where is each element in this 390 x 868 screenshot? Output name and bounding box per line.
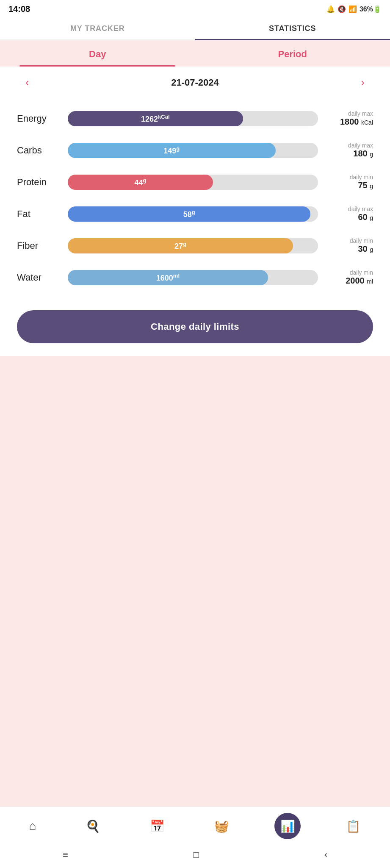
bar-fill-protein: 44g xyxy=(68,175,213,190)
bar-container-fat: 58g xyxy=(68,206,318,222)
limit-value-protein: 75 g xyxy=(358,181,373,190)
cta-section: Change daily limits xyxy=(0,302,390,356)
nutrition-row-energy: Energy 1262kCal daily max 1800 kCal xyxy=(17,103,373,134)
status-time: 14:08 xyxy=(8,4,30,14)
bar-container-water: 1600ml xyxy=(68,270,318,285)
bar-fill-fiber: 27g xyxy=(68,238,293,253)
battery-text: 36%🔋 xyxy=(360,5,382,13)
bar-value-carbs: 149g xyxy=(163,145,180,156)
nutrition-row-carbs: Carbs 149g daily max 180 g xyxy=(17,134,373,166)
pink-section xyxy=(0,356,390,807)
nutrition-row-water: Water 1600ml daily min 2000 ml xyxy=(17,262,373,293)
bottom-nav-basket[interactable]: 🧺 xyxy=(210,817,233,836)
bar-value-protein: 44g xyxy=(134,177,146,187)
wifi-icon: 📶 xyxy=(349,5,357,13)
bar-fill-carbs: 149g xyxy=(68,143,276,158)
bar-value-fat: 58g xyxy=(183,209,195,219)
limit-value-carbs: 180 g xyxy=(353,149,373,158)
prev-date-button[interactable]: ‹ xyxy=(13,76,42,89)
nutrition-row-fiber: Fiber 27g daily min 30 g xyxy=(17,230,373,262)
notes-nav-icon: 📋 xyxy=(346,819,361,833)
limit-value-fiber: 30 g xyxy=(358,244,373,253)
nutrition-row-fat: Fat 58g daily max 60 g xyxy=(17,198,373,230)
date-navigator: ‹ 21-07-2024 › xyxy=(0,67,390,98)
limit-type-fat: daily max xyxy=(326,206,373,212)
bottom-nav-notes[interactable]: 📋 xyxy=(342,817,365,836)
calendar-nav-icon: 📅 xyxy=(150,819,165,833)
nutrition-label-fat: Fat xyxy=(17,209,59,220)
system-nav: ≡ □ ‹ xyxy=(0,843,390,868)
bar-value-energy: 1262kCal xyxy=(141,114,170,124)
tab-period[interactable]: Period xyxy=(195,40,390,67)
nutrition-row-protein: Protein 44g daily min 75 g xyxy=(17,166,373,198)
nutrition-label-protein: Protein xyxy=(17,177,59,188)
basket-nav-icon: 🧺 xyxy=(214,819,229,833)
nutrition-label-water: Water xyxy=(17,272,59,283)
tabs-container: Day Period xyxy=(0,40,390,67)
limit-value-energy: 1800 kCal xyxy=(340,117,373,126)
bottom-nav-stats[interactable]: 📊 xyxy=(274,813,301,839)
bar-fill-energy: 1262kCal xyxy=(68,111,243,126)
stats-nav-icon: 📊 xyxy=(280,819,295,833)
bottom-nav-home[interactable]: ⌂ xyxy=(25,817,41,835)
bar-value-water: 1600ml xyxy=(156,273,180,283)
daily-limit-fiber: daily min 30 g xyxy=(326,237,373,254)
nav-statistics[interactable]: STATISTICS xyxy=(195,17,390,40)
home-button-icon[interactable]: □ xyxy=(194,849,199,860)
bottom-nav: ⌂🍳📅🧺📊📋 xyxy=(0,807,390,843)
limit-type-fiber: daily min xyxy=(326,237,373,244)
change-daily-limits-button[interactable]: Change daily limits xyxy=(17,310,373,343)
nutrition-label-carbs: Carbs xyxy=(17,145,59,156)
tab-day[interactable]: Day xyxy=(0,40,195,67)
alarm-icon: 🔔 xyxy=(326,5,335,13)
back-button-icon[interactable]: ‹ xyxy=(324,849,327,860)
next-date-button[interactable]: › xyxy=(348,76,377,89)
daily-limit-energy: daily max 1800 kCal xyxy=(326,110,373,127)
top-nav: MY TRACKER STATISTICS xyxy=(0,17,390,40)
bar-value-fiber: 27g xyxy=(174,241,186,251)
home-nav-icon: ⌂ xyxy=(29,819,36,833)
bar-container-energy: 1262kCal xyxy=(68,111,318,126)
daily-limit-water: daily min 2000 ml xyxy=(326,269,373,286)
menu-icon[interactable]: ≡ xyxy=(63,849,68,860)
bar-fill-fat: 58g xyxy=(68,206,310,222)
nutrition-label-energy: Energy xyxy=(17,113,59,124)
nutrition-section: Energy 1262kCal daily max 1800 kCal Carb… xyxy=(0,98,390,302)
current-date: 21-07-2024 xyxy=(42,77,349,88)
limit-value-water: 2000 ml xyxy=(346,276,373,285)
nav-my-tracker[interactable]: MY TRACKER xyxy=(0,17,195,39)
bar-container-carbs: 149g xyxy=(68,143,318,158)
chef-nav-icon: 🍳 xyxy=(86,819,100,833)
bottom-nav-calendar[interactable]: 📅 xyxy=(146,817,169,836)
daily-limit-carbs: daily max 180 g xyxy=(326,142,373,159)
limit-value-fat: 60 g xyxy=(358,212,373,222)
daily-limit-fat: daily max 60 g xyxy=(326,206,373,222)
mute-icon: 🔇 xyxy=(337,5,346,13)
daily-limit-protein: daily min 75 g xyxy=(326,174,373,190)
nutrition-label-fiber: Fiber xyxy=(17,240,59,251)
bottom-nav-chef[interactable]: 🍳 xyxy=(81,817,105,836)
status-bar: 14:08 🔔 🔇 📶 36%🔋 xyxy=(0,0,390,17)
bar-container-protein: 44g xyxy=(68,175,318,190)
bar-container-fiber: 27g xyxy=(68,238,318,253)
limit-type-protein: daily min xyxy=(326,174,373,181)
bar-fill-water: 1600ml xyxy=(68,270,268,285)
limit-type-water: daily min xyxy=(326,269,373,276)
limit-type-energy: daily max xyxy=(326,110,373,117)
status-icons: 🔔 🔇 📶 36%🔋 xyxy=(326,5,382,13)
limit-type-carbs: daily max xyxy=(326,142,373,149)
